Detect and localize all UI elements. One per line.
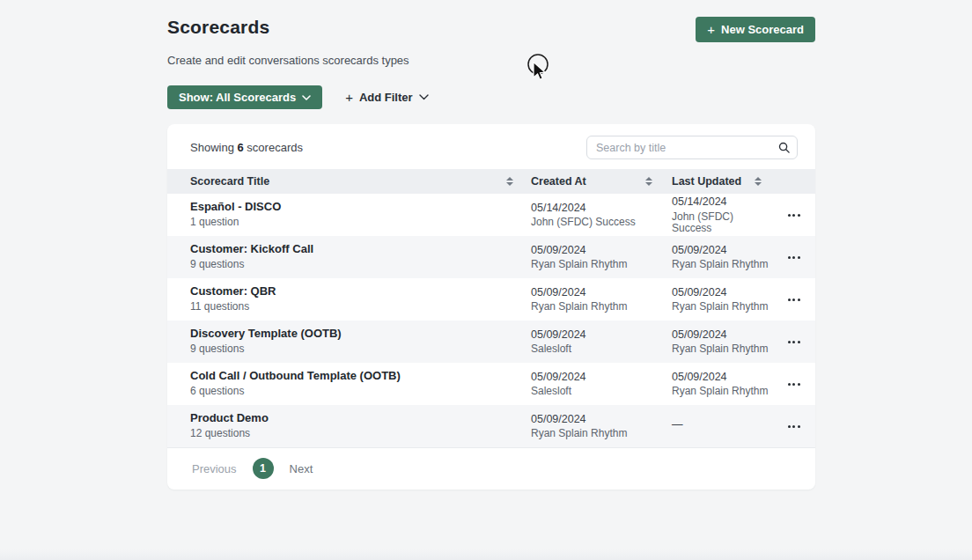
table-row[interactable]: Discovery Template (OOTB) 9 questions 05… bbox=[167, 321, 815, 363]
card-toolbar: Showing 6 scorecards bbox=[167, 124, 815, 169]
pagination: Previous 1 Next bbox=[167, 447, 815, 490]
row-actions-menu-icon[interactable] bbox=[784, 209, 804, 222]
sort-icon bbox=[645, 177, 652, 186]
sort-icon bbox=[506, 177, 513, 186]
new-scorecard-button[interactable]: + New Scorecard bbox=[696, 17, 815, 42]
row-actions-menu-icon[interactable] bbox=[784, 251, 804, 264]
updated-by: Ryan Splain Rhythm bbox=[672, 259, 772, 270]
updated-date: — bbox=[672, 418, 772, 431]
created-by: Salesloft bbox=[531, 386, 672, 397]
updated-date: 05/14/2024 bbox=[672, 195, 772, 208]
pagination-page-1[interactable]: 1 bbox=[253, 458, 274, 479]
bottom-edge-shade bbox=[0, 549, 972, 560]
column-label: Scorecard Title bbox=[190, 175, 269, 188]
summary-suffix: scorecards bbox=[247, 141, 303, 154]
pagination-next[interactable]: Next bbox=[290, 462, 313, 475]
scorecard-title: Customer: Kickoff Call bbox=[190, 243, 531, 256]
add-filter-dropdown[interactable]: + Add Filter bbox=[342, 85, 431, 109]
scorecard-title: Cold Call / Outbound Template (OOTB) bbox=[190, 370, 531, 383]
column-header-last-updated[interactable]: Last Updated bbox=[672, 169, 772, 194]
scorecard-title: Discovery Template (OOTB) bbox=[190, 328, 531, 341]
table-row[interactable]: Customer: QBR 11 questions 05/09/2024 Ry… bbox=[167, 278, 815, 321]
question-count: 11 questions bbox=[190, 301, 531, 313]
page-header: Scorecards + New Scorecard bbox=[167, 0, 815, 42]
created-by: Salesloft bbox=[531, 343, 672, 355]
new-scorecard-label: New Scorecard bbox=[721, 24, 804, 35]
filter-toolbar: Show: All Scorecards + Add Filter bbox=[167, 85, 815, 109]
scorecards-card: Showing 6 scorecards Scorecard Title Cre… bbox=[167, 124, 815, 490]
updated-date: 05/09/2024 bbox=[672, 244, 772, 256]
updated-by: Ryan Splain Rhythm bbox=[672, 343, 772, 355]
plus-icon: + bbox=[707, 23, 715, 36]
row-actions-menu-icon[interactable] bbox=[784, 420, 804, 433]
created-date: 05/09/2024 bbox=[531, 328, 672, 341]
created-by: Ryan Splain Rhythm bbox=[531, 301, 672, 313]
table-row[interactable]: Español - DISCO 1 question 05/14/2024 Jo… bbox=[167, 194, 815, 236]
results-summary: Showing 6 scorecards bbox=[190, 141, 303, 154]
table-header: Scorecard Title Created At Last Updated bbox=[167, 169, 815, 194]
summary-prefix: Showing bbox=[190, 141, 234, 154]
updated-date: 05/09/2024 bbox=[672, 371, 772, 383]
add-filter-label: Add Filter bbox=[359, 92, 413, 103]
row-actions-menu-icon[interactable] bbox=[784, 293, 804, 306]
updated-date: 05/09/2024 bbox=[672, 286, 772, 298]
created-date: 05/09/2024 bbox=[531, 244, 672, 256]
created-date: 05/09/2024 bbox=[531, 413, 672, 425]
column-header-scorecard-title[interactable]: Scorecard Title bbox=[167, 169, 531, 194]
question-count: 1 question bbox=[190, 217, 531, 228]
column-header-created-at[interactable]: Created At bbox=[531, 169, 672, 194]
search-input[interactable] bbox=[586, 136, 798, 159]
chevron-down-icon bbox=[419, 94, 429, 100]
scorecard-title: Customer: QBR bbox=[190, 285, 531, 298]
question-count: 9 questions bbox=[190, 343, 531, 355]
page-title: Scorecards bbox=[167, 17, 269, 38]
updated-by: John (SFDC) Success bbox=[672, 211, 772, 234]
scorecards-page: Scorecards + New Scorecard Create and ed… bbox=[167, 0, 815, 490]
created-date: 05/09/2024 bbox=[531, 286, 672, 298]
question-count: 12 questions bbox=[190, 428, 531, 439]
show-filter-dropdown[interactable]: Show: All Scorecards bbox=[167, 85, 322, 109]
table-row[interactable]: Cold Call / Outbound Template (OOTB) 6 q… bbox=[167, 363, 815, 405]
scorecard-title: Español - DISCO bbox=[190, 201, 531, 214]
sort-icon bbox=[755, 177, 762, 186]
search-box bbox=[586, 136, 798, 159]
page-subtitle: Create and edit conversations scorecards… bbox=[167, 54, 815, 67]
updated-by: Ryan Splain Rhythm bbox=[672, 301, 772, 313]
created-by: Ryan Splain Rhythm bbox=[531, 259, 672, 270]
show-filter-label: Show: All Scorecards bbox=[179, 92, 296, 103]
created-by: Ryan Splain Rhythm bbox=[531, 428, 672, 439]
created-date: 05/09/2024 bbox=[531, 371, 672, 383]
updated-by: Ryan Splain Rhythm bbox=[672, 386, 772, 397]
question-count: 9 questions bbox=[190, 259, 531, 270]
summary-count: 6 bbox=[238, 141, 244, 154]
updated-date: 05/09/2024 bbox=[672, 328, 772, 341]
scorecard-title: Product Demo bbox=[190, 412, 531, 425]
chevron-down-icon bbox=[302, 95, 311, 100]
row-actions-menu-icon[interactable] bbox=[784, 335, 804, 349]
created-by: John (SFDC) Success bbox=[531, 217, 672, 228]
table-row[interactable]: Customer: Kickoff Call 9 questions 05/09… bbox=[167, 236, 815, 278]
table-row[interactable]: Product Demo 12 questions 05/09/2024 Rya… bbox=[167, 405, 815, 447]
question-count: 6 questions bbox=[190, 386, 531, 397]
table-body: Español - DISCO 1 question 05/14/2024 Jo… bbox=[167, 194, 815, 447]
row-actions-menu-icon[interactable] bbox=[784, 378, 804, 391]
pagination-previous[interactable]: Previous bbox=[192, 462, 237, 475]
created-date: 05/14/2024 bbox=[531, 202, 672, 214]
column-label: Last Updated bbox=[672, 175, 741, 188]
plus-icon: + bbox=[345, 91, 353, 104]
column-label: Created At bbox=[531, 175, 586, 188]
